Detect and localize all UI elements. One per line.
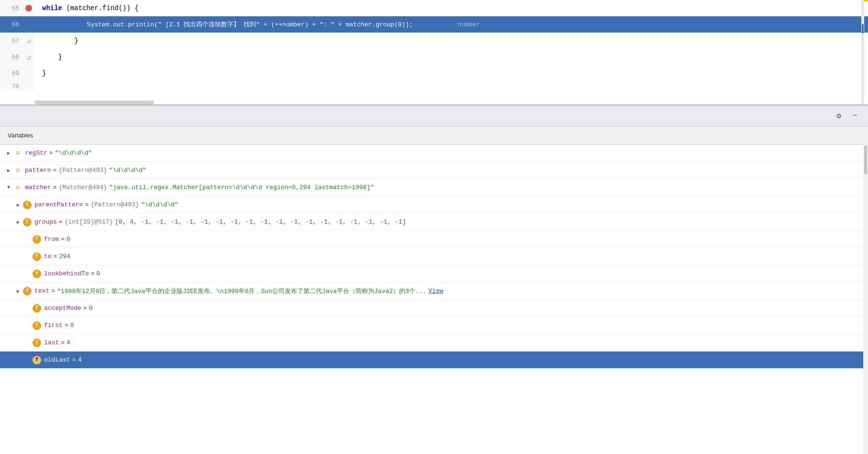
var-row-last[interactable]: f last = 4	[0, 334, 868, 352]
gutter-66	[23, 16, 34, 33]
var-name-regStr: regStr	[25, 149, 47, 157]
line-number-65: 65	[0, 0, 23, 16]
expand-matcher[interactable]	[4, 185, 13, 190]
line-number-70: 70	[0, 81, 23, 91]
panel-scrollbar[interactable]	[863, 126, 868, 454]
var-value-from: 0	[67, 236, 70, 243]
var-value-matcher: "java.util.regex.Matcher[pattern=\d\d\d\…	[109, 184, 374, 191]
var-row-from[interactable]: f from = 0	[0, 231, 868, 248]
var-row-first[interactable]: f first = 0	[0, 317, 868, 334]
var-eq-from: =	[61, 236, 65, 243]
bookmark-icon-67: ⊿	[26, 37, 32, 45]
var-row-groups[interactable]: f groups = {int[20]@517} [0, 4, -1, -1, …	[0, 214, 868, 231]
var-eq-first: =	[65, 322, 68, 329]
variables-panel: Variables regStr = "\d\d\d\d" pattern = …	[0, 126, 868, 454]
code-line-69: 69 }	[0, 65, 868, 81]
gutter-69	[23, 65, 34, 81]
var-row-pattern[interactable]: pattern = {Pattern@493} "\d\d\d\d"	[0, 162, 868, 179]
var-eq-lookbehindTo: =	[91, 270, 95, 277]
bookmark-icon-68: ⊿	[26, 53, 32, 61]
punct-68: }	[42, 53, 62, 61]
var-row-text[interactable]: f text = "1998年12月8日，第二代Java平台的企业版J2EE发布…	[0, 283, 868, 300]
var-type-matcher: {Matcher@494}	[58, 184, 107, 191]
expand-parentPattern[interactable]	[13, 202, 23, 208]
var-icon-groups: f	[23, 218, 32, 227]
var-name-lookbehindTo: lookbehindTo	[44, 270, 89, 277]
var-icon-first: f	[33, 321, 41, 330]
var-row-lookbehindTo[interactable]: f lookbehindTo = 0	[0, 265, 868, 283]
code-content-70	[34, 81, 868, 91]
view-link-text[interactable]: View	[428, 287, 443, 295]
var-row-matcher[interactable]: matcher = {Matcher@494} "java.util.regex…	[0, 179, 868, 196]
var-icon-lookbehindTo: f	[33, 270, 41, 278]
var-icon-regStr	[13, 149, 22, 158]
minus-button[interactable]: −	[850, 111, 860, 121]
vertical-scroll-indicator[interactable]	[861, 0, 864, 104]
var-value-pattern: "\d\d\d\d"	[109, 167, 146, 174]
code-line-66: 66 System.out.println(" [2.1 找出四个连续数字】 找…	[0, 16, 868, 33]
code-editor: 65 while (matcher.find()) { 66 System.ou…	[0, 0, 868, 105]
var-icon-oldLast: f	[33, 356, 41, 364]
gutter-68: ⊿	[23, 49, 34, 65]
var-icon-parentPattern: f	[23, 201, 32, 209]
var-type-parentPattern: {Pattern@493}	[90, 201, 139, 208]
var-type-pattern: {Pattern@493}	[58, 167, 107, 174]
var-name-to: to	[44, 253, 52, 260]
var-value-oldLast: 4	[78, 356, 81, 363]
var-eq-last: =	[61, 339, 65, 346]
var-icon-last: f	[33, 339, 41, 347]
var-value-lookbehindTo: 0	[96, 270, 100, 277]
expand-regStr[interactable]	[4, 150, 13, 156]
gutter-67: ⊿	[23, 33, 34, 49]
code-content-65: while (matcher.find()) {	[34, 0, 868, 16]
scroll-thumb	[862, 24, 864, 34]
var-row-oldLast[interactable]: f oldLast = 4	[0, 352, 868, 369]
punct-67: }	[42, 37, 78, 45]
line-number-69: 69	[0, 65, 23, 81]
gutter-65	[23, 0, 34, 16]
line-number-68: 68	[0, 49, 23, 65]
horizontal-scrollbar[interactable]	[34, 101, 154, 104]
var-row-to[interactable]: f to = 294	[0, 248, 868, 265]
var-row-parentPattern[interactable]: f parentPattern = {Pattern@493} "\d\d\d\…	[0, 196, 868, 214]
punct-69: }	[42, 69, 46, 77]
var-value-groups: [0, 4, -1, -1, -1, -1, -1, -1, -1, -1, -…	[115, 218, 406, 226]
var-name-groups: groups	[34, 218, 57, 226]
gutter-70	[23, 81, 34, 91]
yellow-dash-indicator	[864, 0, 868, 1]
var-row-regStr[interactable]: regStr = "\d\d\d\d"	[0, 145, 868, 162]
var-value-text: "1998年12月8日，第二代Java平台的企业版J2EE发布。\n1999年6…	[57, 287, 426, 295]
panel-scroll-thumb	[864, 146, 867, 174]
code-content-66: System.out.println(" [2.1 找出四个连续数字】 找到" …	[34, 16, 868, 33]
code-line-65: 65 while (matcher.find()) {	[0, 0, 868, 16]
gear-button[interactable]: ⚙	[834, 111, 844, 121]
variable-list: regStr = "\d\d\d\d" pattern = {Pattern@4…	[0, 145, 868, 454]
expand-text[interactable]	[13, 288, 23, 294]
var-eq-oldLast: =	[72, 356, 76, 363]
var-value-parentPattern: "\d\d\d\d"	[141, 201, 178, 208]
breakpoint-icon-65[interactable]	[25, 5, 32, 11]
var-value-acceptMode: 0	[89, 305, 93, 312]
var-eq-regStr: =	[49, 149, 53, 157]
variables-header: Variables	[0, 126, 868, 145]
var-name-pattern: pattern	[25, 167, 51, 174]
var-name-last: last	[44, 339, 59, 346]
code-line-67: 67 ⊿ }	[0, 33, 868, 49]
var-icon-text: f	[23, 287, 32, 295]
var-name-oldLast: oldLast	[44, 356, 70, 363]
expand-pattern[interactable]	[4, 168, 13, 173]
code-line-68: 68 ⊿ }	[0, 49, 868, 65]
var-name-first: first	[44, 322, 63, 329]
var-row-acceptMode[interactable]: f acceptMode = 0	[0, 300, 868, 317]
var-icon-pattern	[13, 166, 22, 175]
var-eq-matcher: =	[53, 184, 57, 191]
code-line-70: 70	[0, 81, 868, 91]
var-icon-matcher	[13, 183, 22, 192]
punct-65: (matcher.find()) {	[66, 4, 138, 12]
expand-groups[interactable]	[13, 219, 23, 225]
code-content-68: }	[34, 49, 868, 65]
var-value-to: 294	[59, 253, 70, 260]
variables-title: Variables	[8, 132, 33, 139]
var-type-groups: {int[20]@517}	[65, 218, 113, 226]
var-name-parentPattern: parentPattern	[34, 201, 83, 208]
